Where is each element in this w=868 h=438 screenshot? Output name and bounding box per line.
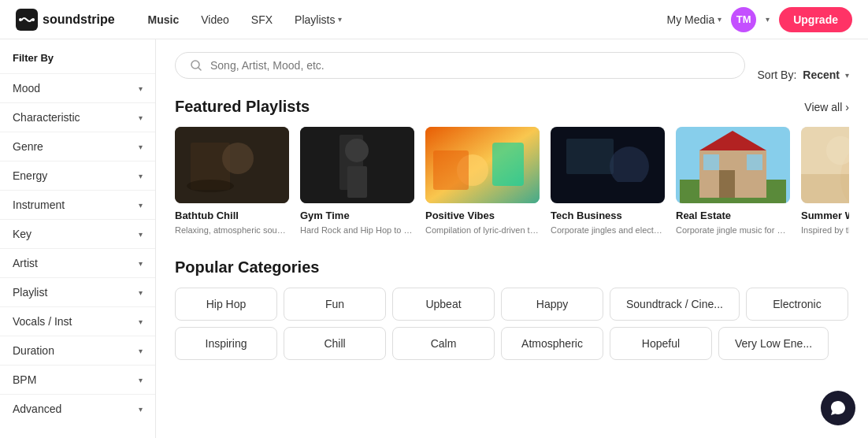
nav-playlists[interactable]: Playlists ▾ [285, 9, 351, 31]
sidebar-item-advanced[interactable]: Advanced ▾ [0, 394, 155, 423]
svg-rect-17 [566, 139, 614, 174]
category-upbeat[interactable]: Upbeat [392, 288, 495, 321]
svg-rect-11 [347, 166, 367, 198]
playlist-desc: Corporate jingles and electronic music c… [551, 225, 665, 236]
category-happy[interactable]: Happy [501, 288, 603, 321]
playlist-desc: Compilation of lyric-driven tracks that … [425, 225, 540, 236]
header-right: My Media ▾ TM ▾ Upgrade [667, 7, 852, 32]
categories-section: Popular Categories Hip Hop Fun Upbeat Ha… [175, 258, 849, 360]
category-calm[interactable]: Calm [392, 327, 495, 360]
playlist-name: Summer Wedding [801, 210, 849, 221]
categories-section-header: Popular Categories [175, 258, 849, 277]
sidebar-item-energy[interactable]: Energy ▾ [0, 161, 155, 190]
header: soundstripe Music Video SFX Playlists ▾ … [0, 0, 868, 39]
sidebar-item-artist[interactable]: Artist ▾ [0, 248, 155, 277]
svg-rect-14 [492, 143, 524, 186]
genre-chevron-icon: ▾ [139, 143, 143, 151]
category-hip-hop[interactable]: Hip Hop [175, 288, 277, 321]
body: Filter By Mood ▾ Characteristic ▾ Genre … [0, 39, 868, 438]
instrument-chevron-icon: ▾ [139, 201, 143, 210]
nav-music[interactable]: Music [139, 9, 189, 31]
playlist-thumb-positive [425, 127, 540, 203]
category-fun[interactable]: Fun [284, 288, 386, 321]
upgrade-button[interactable]: Upgrade [779, 7, 852, 32]
category-atmospheric[interactable]: Atmospheric [501, 327, 603, 360]
playlist-desc: Relaxing, atmospheric sounds for unwindi… [175, 225, 289, 236]
sidebar-item-bpm[interactable]: BPM ▾ [0, 365, 155, 394]
artist-chevron-icon: ▾ [139, 259, 143, 268]
svg-point-2 [32, 18, 35, 21]
view-all-chevron-icon: › [845, 101, 849, 113]
search-input[interactable] [210, 59, 730, 72]
playlist-card-tech-business[interactable]: Tech Business Corporate jingles and elec… [551, 127, 665, 236]
svg-rect-15 [433, 150, 469, 190]
category-chill[interactable]: Chill [284, 327, 386, 360]
playlist-desc: Inspired by the warmth and fun of a summ… [801, 225, 849, 236]
search-row: Sort By: Recent ▾ [175, 52, 849, 98]
category-electronic[interactable]: Electronic [746, 288, 848, 321]
svg-point-1 [19, 18, 22, 21]
avatar-chevron-icon: ▾ [766, 15, 770, 24]
nav-video[interactable]: Video [191, 9, 239, 31]
bpm-chevron-icon: ▾ [139, 376, 143, 384]
svg-point-6 [187, 180, 234, 192]
playlist-thumb-wedding [801, 127, 849, 203]
my-media-button[interactable]: My Media ▾ [667, 13, 722, 26]
characteristic-chevron-icon: ▾ [139, 113, 143, 122]
category-inspiring[interactable]: Inspiring [175, 327, 277, 360]
soundstripe-logo-icon [16, 9, 38, 31]
sort-chevron-icon: ▾ [845, 71, 849, 80]
vocals-chevron-icon: ▾ [139, 317, 143, 326]
svg-rect-24 [719, 170, 735, 198]
logo-text: soundstripe [43, 13, 115, 27]
featured-playlists-section: Featured Playlists View all › [175, 98, 849, 239]
duration-chevron-icon: ▾ [139, 347, 143, 355]
svg-rect-19 [558, 182, 657, 198]
sidebar: Filter By Mood ▾ Characteristic ▾ Genre … [0, 39, 156, 438]
nav-sfx[interactable]: SFX [242, 9, 282, 31]
main-nav: Music Video SFX Playlists ▾ [139, 9, 352, 31]
sidebar-item-genre[interactable]: Genre ▾ [0, 132, 155, 161]
search-icon [190, 59, 202, 72]
sidebar-item-characteristic[interactable]: Characteristic ▾ [0, 102, 155, 132]
view-all-button[interactable]: View all › [804, 101, 849, 113]
svg-point-10 [345, 139, 369, 162]
playlist-card-gym-time[interactable]: Gym Time Hard Rock and Hip Hop to drive … [300, 127, 414, 236]
playlist-name: Tech Business [551, 210, 665, 221]
playlist-name: Bathtub Chill [175, 210, 289, 221]
category-very-low-energy[interactable]: Very Low Ene... [718, 327, 829, 360]
category-soundtrack[interactable]: Soundtrack / Cine... [610, 288, 740, 321]
playlist-name: Positive Vibes [425, 210, 540, 221]
svg-rect-30 [801, 174, 849, 203]
playlist-card-summer-wedding[interactable]: Summer Wedding Inspired by the warmth an… [801, 127, 849, 236]
playlist-card-bathtub-chill[interactable]: Bathtub Chill Relaxing, atmospheric soun… [175, 127, 289, 236]
search-bar[interactable] [175, 52, 745, 79]
playlist-thumb-gym [300, 127, 414, 203]
featured-title: Featured Playlists [175, 98, 310, 116]
sidebar-item-key[interactable]: Key ▾ [0, 219, 155, 248]
sidebar-item-vocals[interactable]: Vocals / Inst ▾ [0, 306, 155, 336]
category-hopeful[interactable]: Hopeful [610, 327, 712, 360]
svg-rect-25 [703, 154, 719, 170]
playlists-chevron-icon: ▾ [338, 15, 342, 24]
playlist-thumb-tech [551, 127, 665, 203]
playlist-card-positive-vibes[interactable]: Positive Vibes Compilation of lyric-driv… [425, 127, 540, 236]
avatar[interactable]: TM [731, 7, 756, 32]
sort-by[interactable]: Sort By: Recent ▾ [758, 69, 849, 81]
sidebar-item-mood[interactable]: Mood ▾ [0, 73, 155, 102]
sidebar-item-instrument[interactable]: Instrument ▾ [0, 190, 155, 219]
advanced-chevron-icon: ▾ [139, 405, 143, 414]
sidebar-item-playlist[interactable]: Playlist ▾ [0, 277, 155, 306]
categories-grid: Hip Hop Fun Upbeat Happy Soundtrack / Ci… [175, 288, 849, 360]
playlist-thumb-bathtub [175, 127, 289, 203]
logo[interactable]: soundstripe [16, 9, 115, 31]
sidebar-item-duration[interactable]: Duration ▾ [0, 336, 155, 365]
svg-point-7 [222, 143, 254, 174]
key-chevron-icon: ▾ [139, 230, 143, 239]
chat-bubble-button[interactable] [821, 391, 855, 425]
sort-by-label: Sort By: [758, 69, 797, 81]
my-media-chevron-icon: ▾ [718, 15, 721, 24]
mood-chevron-icon: ▾ [139, 84, 143, 93]
categories-title: Popular Categories [175, 258, 319, 277]
playlist-card-real-estate[interactable]: Real Estate Corporate jingle music for R… [676, 127, 790, 236]
